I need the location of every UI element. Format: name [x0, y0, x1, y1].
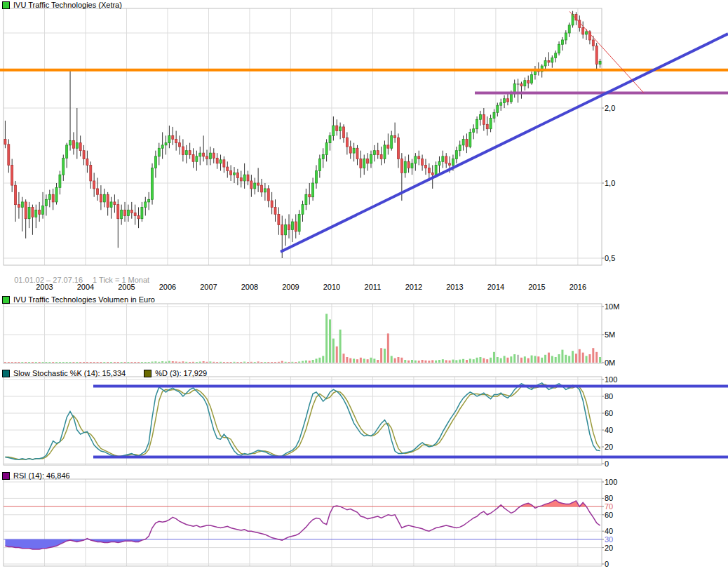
- stochastic-k-legend-item[interactable]: Slow Stochastic %K (14): 15,334: [2, 369, 126, 377]
- volume-bar: [281, 361, 283, 363]
- volume-bar: [595, 352, 598, 363]
- x-axis-label: 2008: [241, 283, 258, 291]
- y-axis-label: 70: [605, 502, 613, 511]
- candle-body: [346, 137, 348, 147]
- candle-body: [182, 147, 184, 154]
- candle-body: [11, 165, 13, 185]
- candle-body: [318, 159, 321, 171]
- volume-panel-legend[interactable]: IVU Traffic Technologies Volumen in Euro: [2, 295, 155, 304]
- volume-bar: [582, 353, 584, 363]
- volume-bar: [172, 361, 174, 363]
- candle-body: [397, 137, 399, 159]
- candle-body: [312, 183, 314, 197]
- volume-bar: [431, 360, 433, 363]
- volume-bar: [497, 357, 499, 363]
- volume-bar: [418, 361, 420, 363]
- candle-body: [380, 154, 382, 159]
- volume-bar: [247, 362, 249, 363]
- date-range-info: 01.01.02 – 27.07.161 Tick = 1 Monat: [6, 267, 159, 293]
- volume-bar: [285, 362, 287, 363]
- volume-bar: [137, 362, 140, 363]
- volume-panel-y-axis: 10M5M0M: [602, 302, 619, 367]
- candle-body: [274, 207, 276, 214]
- candle-body: [25, 202, 27, 219]
- volume-bar: [455, 360, 457, 363]
- volume-bar: [165, 362, 167, 363]
- volume-bar: [565, 355, 567, 363]
- candle-body: [309, 194, 311, 196]
- candle-body: [247, 175, 249, 181]
- candle-body: [15, 185, 17, 205]
- volume-bar: [223, 362, 225, 363]
- candle-body: [93, 181, 95, 189]
- volume-bar: [318, 358, 321, 363]
- candle-body: [367, 159, 369, 163]
- volume-bar: [271, 362, 273, 363]
- volume-bar: [151, 362, 154, 363]
- rsi-overbought-fill: [5, 500, 600, 506]
- candle-body: [66, 145, 68, 158]
- candle-body: [442, 156, 444, 161]
- candle-body: [445, 156, 447, 163]
- volume-bar: [110, 362, 112, 363]
- candle-body: [407, 161, 410, 168]
- volume-bar: [134, 362, 136, 363]
- volume-bar: [90, 362, 92, 363]
- candle-body: [595, 46, 598, 64]
- stochastic-series: [5, 383, 728, 459]
- candle-body: [21, 202, 23, 208]
- candle-body: [449, 163, 451, 166]
- x-axis-label: 2015: [528, 283, 545, 291]
- volume-bar: [513, 354, 515, 363]
- candle-body: [261, 185, 263, 192]
- volume-bar: [473, 359, 475, 363]
- y-axis-label: 0,5: [605, 254, 615, 262]
- volume-bar: [179, 362, 181, 363]
- volume-bar: [490, 358, 492, 363]
- volume-bar: [586, 356, 588, 363]
- candle-body: [373, 151, 375, 155]
- volume-bar: [28, 362, 30, 363]
- candle-body: [469, 132, 471, 147]
- rsi-panel-legend[interactable]: RSI (14): 46,846: [2, 471, 70, 480]
- candle-body: [158, 148, 160, 156]
- volume-bar: [332, 339, 335, 363]
- volume-bar: [154, 361, 156, 363]
- red-downtrend-line[interactable]: [569, 11, 644, 93]
- volume-bar: [305, 361, 307, 363]
- candle-body: [384, 145, 386, 159]
- candle-body: [137, 215, 140, 218]
- volume-bar: [209, 361, 211, 363]
- price-panel-legend[interactable]: IVU Traffic Technologies (Xetra): [2, 1, 122, 9]
- volume-bar: [534, 356, 536, 363]
- candle-body: [298, 214, 300, 231]
- candle-body: [281, 225, 283, 235]
- volume-bar: [407, 361, 410, 363]
- candle-body: [42, 206, 44, 215]
- stochastic-d-legend-item[interactable]: %D (3): 17,929: [144, 369, 207, 377]
- stochastic-d-swatch: [144, 370, 151, 377]
- candle-body: [203, 153, 205, 156]
- candle-body: [459, 145, 461, 151]
- y-axis-label: 100: [605, 375, 617, 384]
- volume-bar: [141, 362, 143, 363]
- volume-bar: [422, 360, 424, 363]
- volume-bar: [462, 359, 464, 363]
- candle-body: [151, 168, 154, 199]
- volume-bar: [469, 358, 471, 363]
- candle-body: [172, 135, 174, 139]
- candle-body: [370, 154, 372, 163]
- candle-body: [199, 153, 201, 156]
- candle-body: [28, 207, 30, 218]
- candle-body: [227, 167, 229, 170]
- volume-bar: [449, 361, 451, 363]
- volume-bar: [506, 358, 508, 363]
- volume-bar: [257, 361, 259, 363]
- volume-bar: [39, 362, 41, 363]
- volume-bar: [442, 359, 444, 363]
- candle-body: [431, 173, 433, 175]
- volume-bar: [504, 356, 506, 363]
- volume-bar: [158, 362, 160, 363]
- candle-body: [504, 99, 506, 103]
- candle-body: [517, 84, 519, 85]
